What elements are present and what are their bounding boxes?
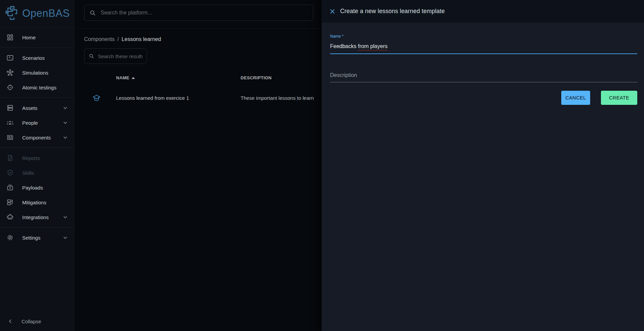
subscriptions-icon <box>6 184 14 191</box>
groups-icon <box>6 119 14 126</box>
chevron-down-icon[interactable] <box>62 119 69 126</box>
name-value-spellchecked-text: from players <box>358 43 388 49</box>
drawer-title: Create a new lessons learned template <box>340 8 445 15</box>
chevron-down-icon[interactable] <box>62 214 69 220</box>
target-icon <box>6 84 14 91</box>
app-logo[interactable]: OpenBAS <box>0 0 74 27</box>
sidebar-item-label: Integrations <box>22 214 48 220</box>
chevron-down-icon[interactable] <box>62 234 69 241</box>
search-icon <box>88 53 95 59</box>
name-field-label: Name * <box>330 34 344 39</box>
name-input-underline <box>330 53 637 54</box>
breadcrumb-current: Lessons learned <box>121 36 161 42</box>
results-search-box[interactable] <box>84 48 147 64</box>
column-header-name[interactable]: NAME <box>116 75 135 80</box>
sidebar-item-assets[interactable]: Assets <box>0 100 74 115</box>
newspaper-icon <box>6 134 14 141</box>
breadcrumb-components-link[interactable]: Components <box>84 36 115 42</box>
chevron-down-icon[interactable] <box>62 134 69 141</box>
app-logo-text: OpenBAS <box>22 7 70 19</box>
sidebar-item-settings[interactable]: Settings <box>0 230 74 245</box>
sidebar-item-reports: Reports <box>0 151 74 165</box>
sidebar-item-label: Simulations <box>22 70 48 76</box>
column-header-description-label: DESCRIPTION <box>241 75 272 80</box>
sidebar-item-integrations[interactable]: Integrations <box>0 210 74 224</box>
sidebar-item-home[interactable]: Home <box>0 30 74 45</box>
drawer-header: Create a new lessons learned template <box>322 0 644 23</box>
sidebar-item-label: Payloads <box>22 185 43 191</box>
dashboard-icon <box>6 34 14 41</box>
results-search-input[interactable] <box>98 53 143 59</box>
sidebar: OpenBAS Home Scenarios <box>0 0 74 331</box>
sidebar-item-label: Reports <box>22 155 40 161</box>
description-field-label: Description <box>330 72 357 78</box>
sidebar-item-label: Mitigations <box>22 200 46 205</box>
dynamic-form-icon <box>6 199 14 206</box>
chevron-down-icon[interactable] <box>62 105 69 111</box>
description-icon <box>6 154 14 162</box>
platform-search-box[interactable] <box>84 5 313 21</box>
column-header-description[interactable]: DESCRIPTION <box>241 75 272 80</box>
openbas-logo-icon <box>4 5 19 22</box>
description-input-underline <box>330 82 637 82</box>
sidebar-item-label: People <box>22 120 38 126</box>
create-button[interactable]: CREATE <box>601 91 637 105</box>
sidebar-item-label: Skills <box>22 170 34 176</box>
school-icon <box>92 94 101 102</box>
sidebar-item-people[interactable]: People <box>0 115 74 130</box>
sidebar-collapse-button[interactable]: Collapse <box>0 314 74 329</box>
gear-icon <box>6 234 14 241</box>
sidebar-item-simulations[interactable]: Simulations <box>0 65 74 80</box>
hub-icon <box>6 69 14 76</box>
sidebar-item-label: Components <box>22 135 51 140</box>
drawer-body: Name * Feedbacks from players Descriptio… <box>322 23 644 331</box>
drawer-actions: CANCEL CREATE <box>330 91 637 105</box>
sidebar-item-mitigations[interactable]: Mitigations <box>0 195 74 210</box>
search-icon <box>89 9 96 16</box>
row-name: Lessons learned from exercice 1 <box>116 95 189 101</box>
collapse-label: Collapse <box>22 319 41 324</box>
sidebar-item-label: Atomic testings <box>22 85 57 90</box>
movie-icon <box>6 54 14 61</box>
dns-icon <box>6 104 14 112</box>
chevron-left-icon <box>7 318 14 325</box>
platform-search-input[interactable] <box>101 10 308 16</box>
sidebar-item-components[interactable]: Components <box>0 130 74 145</box>
shield-check-icon <box>6 169 14 176</box>
puzzle-icon <box>6 213 14 221</box>
close-icon[interactable] <box>329 8 336 15</box>
sidebar-item-skills: Skills <box>0 165 74 180</box>
row-description: These important lessons to learn <box>241 95 314 101</box>
sidebar-item-payloads[interactable]: Payloads <box>0 180 74 195</box>
sidebar-item-label: Settings <box>22 235 40 241</box>
breadcrumb-separator: / <box>117 36 119 42</box>
sort-asc-icon <box>132 77 135 79</box>
name-value-text: Feedbacks <box>330 43 358 49</box>
description-input[interactable]: Description <box>330 72 637 82</box>
column-header-name-label: NAME <box>116 75 129 80</box>
sidebar-item-label: Assets <box>22 105 37 111</box>
topbar-divider <box>75 28 322 29</box>
sidebar-item-scenarios[interactable]: Scenarios <box>0 50 74 65</box>
sidebar-item-atomic-testings[interactable]: Atomic testings <box>0 80 74 95</box>
sidebar-item-label: Home <box>22 35 36 40</box>
sidebar-item-label: Scenarios <box>22 55 45 61</box>
cancel-button[interactable]: CANCEL <box>561 91 590 105</box>
name-input[interactable]: Feedbacks from players <box>330 43 637 53</box>
breadcrumb: Components / Lessons learned <box>84 36 161 42</box>
create-template-drawer: Create a new lessons learned template Na… <box>322 0 644 331</box>
